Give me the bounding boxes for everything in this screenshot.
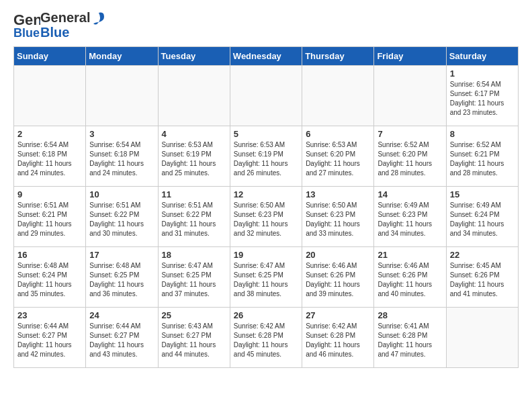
calendar-cell: 21Sunrise: 6:46 AM Sunset: 6:26 PM Dayli… <box>374 247 446 308</box>
weekday-header-friday: Friday <box>374 47 446 66</box>
calendar-header-row: SundayMondayTuesdayWednesdayThursdayFrid… <box>14 47 519 66</box>
calendar-cell <box>14 66 86 126</box>
day-number: 17 <box>89 250 154 260</box>
day-info: Sunrise: 6:48 AM Sunset: 6:25 PM Dayligh… <box>89 261 154 299</box>
logo-blue: Blue <box>40 25 90 40</box>
day-info: Sunrise: 6:45 AM Sunset: 6:26 PM Dayligh… <box>450 261 515 299</box>
day-number: 24 <box>89 310 154 320</box>
day-info: Sunrise: 6:44 AM Sunset: 6:27 PM Dayligh… <box>17 322 82 359</box>
day-info: Sunrise: 6:52 AM Sunset: 6:21 PM Dayligh… <box>450 140 515 178</box>
logo-general: General <box>40 10 90 25</box>
day-info: Sunrise: 6:47 AM Sunset: 6:25 PM Dayligh… <box>234 261 298 299</box>
day-number: 25 <box>162 310 226 320</box>
calendar-cell: 9Sunrise: 6:51 AM Sunset: 6:21 PM Daylig… <box>14 187 86 247</box>
calendar-cell: 2Sunrise: 6:54 AM Sunset: 6:18 PM Daylig… <box>14 126 86 187</box>
day-info: Sunrise: 6:48 AM Sunset: 6:24 PM Dayligh… <box>17 261 82 299</box>
day-info: Sunrise: 6:46 AM Sunset: 6:26 PM Dayligh… <box>378 261 442 299</box>
day-info: Sunrise: 6:53 AM Sunset: 6:19 PM Dayligh… <box>234 140 298 178</box>
day-number: 14 <box>378 189 442 199</box>
day-info: Sunrise: 6:49 AM Sunset: 6:23 PM Dayligh… <box>378 201 442 238</box>
calendar-cell <box>86 66 158 126</box>
page-container: General Blue General Blue SundayMondayTu… <box>0 0 532 378</box>
calendar-cell: 6Sunrise: 6:53 AM Sunset: 6:20 PM Daylig… <box>302 126 374 187</box>
calendar-week-1: 1Sunrise: 6:54 AM Sunset: 6:17 PM Daylig… <box>14 66 519 126</box>
day-number: 20 <box>306 250 370 260</box>
calendar-cell: 16Sunrise: 6:48 AM Sunset: 6:24 PM Dayli… <box>14 247 86 308</box>
day-number: 27 <box>306 310 370 320</box>
page-header: General Blue General Blue <box>13 10 519 40</box>
weekday-header-monday: Monday <box>86 47 158 66</box>
day-info: Sunrise: 6:47 AM Sunset: 6:25 PM Dayligh… <box>162 261 226 299</box>
calendar-cell: 10Sunrise: 6:51 AM Sunset: 6:22 PM Dayli… <box>86 187 158 247</box>
calendar-cell <box>374 66 446 126</box>
day-info: Sunrise: 6:53 AM Sunset: 6:19 PM Dayligh… <box>162 140 226 178</box>
svg-text:Blue: Blue <box>13 26 40 40</box>
day-info: Sunrise: 6:46 AM Sunset: 6:26 PM Dayligh… <box>306 261 370 299</box>
day-number: 26 <box>234 310 298 320</box>
day-info: Sunrise: 6:49 AM Sunset: 6:24 PM Dayligh… <box>450 201 515 238</box>
day-number: 12 <box>234 189 298 199</box>
calendar-cell: 27Sunrise: 6:42 AM Sunset: 6:28 PM Dayli… <box>302 308 374 368</box>
calendar-cell: 17Sunrise: 6:48 AM Sunset: 6:25 PM Dayli… <box>86 247 158 308</box>
calendar-cell: 28Sunrise: 6:41 AM Sunset: 6:28 PM Dayli… <box>374 308 446 368</box>
day-info: Sunrise: 6:41 AM Sunset: 6:28 PM Dayligh… <box>378 322 442 359</box>
weekday-header-tuesday: Tuesday <box>158 47 230 66</box>
day-number: 3 <box>89 129 154 139</box>
calendar-table: SundayMondayTuesdayWednesdayThursdayFrid… <box>13 46 519 368</box>
calendar-cell: 15Sunrise: 6:49 AM Sunset: 6:24 PM Dayli… <box>446 187 518 247</box>
day-info: Sunrise: 6:54 AM Sunset: 6:18 PM Dayligh… <box>89 140 154 178</box>
calendar-cell: 13Sunrise: 6:50 AM Sunset: 6:23 PM Dayli… <box>302 187 374 247</box>
day-info: Sunrise: 6:51 AM Sunset: 6:22 PM Dayligh… <box>89 201 154 238</box>
day-number: 7 <box>378 129 442 139</box>
calendar-week-5: 23Sunrise: 6:44 AM Sunset: 6:27 PM Dayli… <box>14 308 519 368</box>
weekday-header-saturday: Saturday <box>446 47 518 66</box>
logo: General Blue General Blue <box>13 10 105 40</box>
weekday-header-thursday: Thursday <box>302 47 374 66</box>
day-info: Sunrise: 6:54 AM Sunset: 6:17 PM Dayligh… <box>450 80 515 118</box>
calendar-cell: 5Sunrise: 6:53 AM Sunset: 6:19 PM Daylig… <box>230 126 302 187</box>
calendar-cell: 7Sunrise: 6:52 AM Sunset: 6:20 PM Daylig… <box>374 126 446 187</box>
weekday-header-wednesday: Wednesday <box>230 47 302 66</box>
calendar-cell: 20Sunrise: 6:46 AM Sunset: 6:26 PM Dayli… <box>302 247 374 308</box>
calendar-week-3: 9Sunrise: 6:51 AM Sunset: 6:21 PM Daylig… <box>14 187 519 247</box>
calendar-cell: 25Sunrise: 6:43 AM Sunset: 6:27 PM Dayli… <box>158 308 230 368</box>
calendar-week-2: 2Sunrise: 6:54 AM Sunset: 6:18 PM Daylig… <box>14 126 519 187</box>
day-number: 28 <box>378 310 442 320</box>
day-number: 1 <box>450 68 515 79</box>
calendar-cell: 24Sunrise: 6:44 AM Sunset: 6:27 PM Dayli… <box>86 308 158 368</box>
calendar-cell: 3Sunrise: 6:54 AM Sunset: 6:18 PM Daylig… <box>86 126 158 187</box>
calendar-cell <box>446 308 518 368</box>
day-info: Sunrise: 6:52 AM Sunset: 6:20 PM Dayligh… <box>378 140 442 178</box>
day-number: 2 <box>17 129 82 139</box>
calendar-cell <box>302 66 374 126</box>
calendar-cell: 19Sunrise: 6:47 AM Sunset: 6:25 PM Dayli… <box>230 247 302 308</box>
day-number: 21 <box>378 250 442 260</box>
day-number: 13 <box>306 189 370 199</box>
day-number: 6 <box>306 129 370 139</box>
day-info: Sunrise: 6:50 AM Sunset: 6:23 PM Dayligh… <box>306 201 370 238</box>
day-number: 10 <box>89 189 154 199</box>
day-number: 15 <box>450 189 515 199</box>
day-info: Sunrise: 6:43 AM Sunset: 6:27 PM Dayligh… <box>162 322 226 359</box>
day-number: 4 <box>162 129 226 139</box>
day-number: 5 <box>234 129 298 139</box>
logo-bird-icon <box>92 11 105 32</box>
day-info: Sunrise: 6:50 AM Sunset: 6:23 PM Dayligh… <box>234 201 298 238</box>
calendar-cell: 23Sunrise: 6:44 AM Sunset: 6:27 PM Dayli… <box>14 308 86 368</box>
day-number: 18 <box>162 250 226 260</box>
day-info: Sunrise: 6:42 AM Sunset: 6:28 PM Dayligh… <box>306 322 370 359</box>
logo-icon: General Blue <box>13 10 40 40</box>
day-info: Sunrise: 6:53 AM Sunset: 6:20 PM Dayligh… <box>306 140 370 178</box>
day-number: 23 <box>17 310 82 320</box>
day-number: 9 <box>17 189 82 199</box>
calendar-cell: 22Sunrise: 6:45 AM Sunset: 6:26 PM Dayli… <box>446 247 518 308</box>
day-info: Sunrise: 6:54 AM Sunset: 6:18 PM Dayligh… <box>17 140 82 178</box>
calendar-cell: 14Sunrise: 6:49 AM Sunset: 6:23 PM Dayli… <box>374 187 446 247</box>
day-number: 22 <box>450 250 515 260</box>
calendar-cell: 4Sunrise: 6:53 AM Sunset: 6:19 PM Daylig… <box>158 126 230 187</box>
day-number: 11 <box>162 189 226 199</box>
calendar-cell: 11Sunrise: 6:51 AM Sunset: 6:22 PM Dayli… <box>158 187 230 247</box>
calendar-cell <box>158 66 230 126</box>
day-info: Sunrise: 6:51 AM Sunset: 6:22 PM Dayligh… <box>162 201 226 238</box>
calendar-cell: 18Sunrise: 6:47 AM Sunset: 6:25 PM Dayli… <box>158 247 230 308</box>
